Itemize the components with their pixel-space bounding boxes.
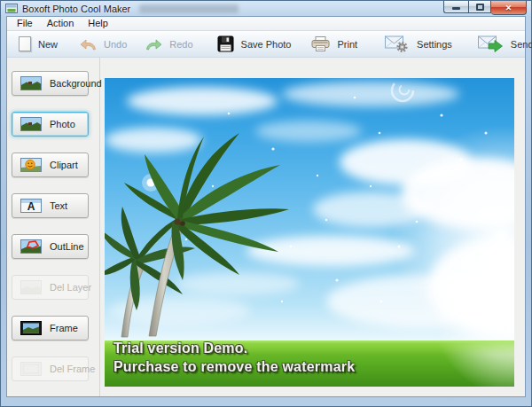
send-mail-envelope-arrow-icon <box>478 35 504 52</box>
save-photo-button[interactable]: Save Photo <box>207 31 305 57</box>
menu-file[interactable]: File <box>10 17 40 30</box>
menu-bar: File Action Help <box>7 17 525 31</box>
menu-action[interactable]: Action <box>40 17 82 30</box>
outline-thumbnail-icon <box>20 239 42 254</box>
sidebar-button-background[interactable]: Background <box>12 71 89 96</box>
app-icon <box>5 4 18 13</box>
settings-envelope-gear-icon <box>385 35 410 52</box>
send-mail-button[interactable]: Send Mail <box>466 31 532 57</box>
landscape-thumbnail-icon <box>20 76 42 90</box>
svg-text:A: A <box>27 200 35 213</box>
undo-button: Undo <box>71 31 140 57</box>
close-button[interactable]: ✕ <box>491 1 527 15</box>
redo-button: Redo <box>140 31 206 57</box>
save-floppy-icon <box>217 35 234 52</box>
watermark-line-2: Purchase to remove the watermark <box>113 357 355 376</box>
new-document-icon <box>19 36 31 51</box>
faded-thumbnail-icon <box>20 280 42 294</box>
sidebar-button-del-frame: Del Frame <box>12 356 89 381</box>
faded-thumbnail-icon <box>20 362 42 376</box>
maximize-icon <box>476 4 484 11</box>
minimize-icon <box>452 7 460 10</box>
sidebar-button-frame[interactable]: Frame <box>12 316 89 340</box>
client-area: File Action Help New Undo Redo <box>6 16 526 397</box>
sidebar-button-photo[interactable]: Photo <box>12 112 89 137</box>
window-title: Boxoft Photo Cool Maker <box>22 4 130 14</box>
letter-a-thumbnail-icon: A <box>20 199 42 213</box>
watermark-line-1: Trial version Demo. <box>113 339 355 357</box>
sidebar-button-text[interactable]: A Text <box>12 193 89 218</box>
trial-watermark-text: Trial version Demo. Purchase to remove t… <box>113 339 355 376</box>
sidebar-button-del-layer: Del Layer <box>12 275 89 300</box>
photo-canvas[interactable]: Trial version Demo. Purchase to remove t… <box>105 78 514 387</box>
new-button[interactable]: New <box>7 31 71 57</box>
tool-sidebar: Background Photo <box>7 58 100 396</box>
smiley-thumbnail-icon <box>20 158 42 172</box>
frame-thumbnail-icon <box>20 321 42 335</box>
menu-help[interactable]: Help <box>81 17 115 30</box>
printer-icon <box>311 36 330 51</box>
window-controls: ✕ <box>443 1 527 15</box>
sidebar-button-outline[interactable]: OutLine <box>12 234 89 259</box>
landscape-thumbnail-icon <box>20 117 42 131</box>
undo-arrow-icon <box>80 37 97 51</box>
toolbar: New Undo Redo <box>7 31 525 58</box>
app-window: Boxoft Photo Cool Maker ✕ File Action He… <box>0 0 532 407</box>
close-icon: ✕ <box>505 4 512 12</box>
maximize-button[interactable] <box>468 1 491 13</box>
settings-button[interactable]: Settings <box>371 31 466 57</box>
minimize-button[interactable] <box>443 1 468 13</box>
redacted-title-text <box>139 4 239 13</box>
redo-arrow-icon <box>145 37 162 51</box>
sidebar-button-clipart[interactable]: Clipart <box>12 153 89 177</box>
title-bar[interactable]: Boxoft Photo Cool Maker ✕ <box>1 1 531 16</box>
print-button[interactable]: Print <box>304 31 371 57</box>
workspace: Background Photo <box>7 58 525 396</box>
